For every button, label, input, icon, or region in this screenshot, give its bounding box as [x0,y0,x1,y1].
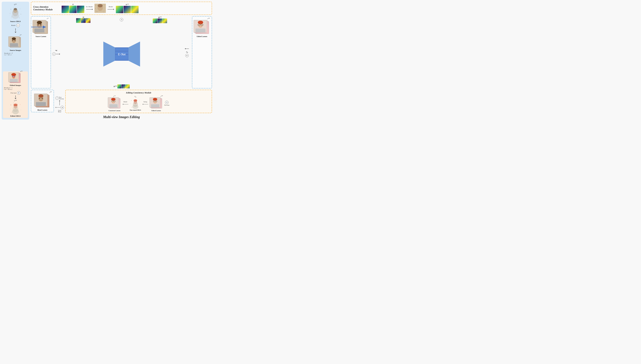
inv-render-arrow [86,8,93,11]
blend-arrow-section: 7 NextTimestep 6 LocalBlend [55,90,64,112]
decode-label: Decode at t = 1 [4,87,12,88]
heatmap-mcon-2 [124,6,131,13]
finetuned-3dgs-label: Fine-tuned 3DGS [130,109,141,111]
render-arrow-section: Render [108,6,114,11]
m-upper-label: M [83,16,84,18]
z-src-close: ) [11,54,12,56]
ecm-edited-lat-front [150,98,160,108]
svg-text:U-Net: U-Net [118,53,126,56]
svg-point-57 [105,8,105,8]
svg-point-112 [139,100,140,100]
svg-point-92 [39,98,40,99]
consistent-latents-section: zcon [108,95,121,112]
svg-point-48 [17,103,18,104]
edited-img-front-svg [9,72,19,82]
svg-point-38 [12,109,19,114]
svg-point-17 [11,18,12,18]
svg-point-101 [111,98,116,100]
i-edit-eq-text: = D(z [7,88,10,90]
source-latents-label: Source Latents [36,36,46,37]
encode-arrow-area [31,24,48,30]
m-upper-heatmaps [76,18,91,23]
source-images-label: Source Images [8,49,23,51]
m-heatmap-2 [81,18,86,23]
edited-latents-label: Edited Latents [197,36,207,37]
svg-point-14 [14,8,17,10]
edited-3dgs-label: Edited 3DGS [10,115,21,117]
z-src-formula: zsrc = ε(Isrc) [4,54,12,56]
bottom-title: Multi-view Images Editing [103,115,140,119]
render-label: Render [11,24,16,26]
mcon-lower-h3 [126,84,130,88]
heatmap-mcon-stack [116,6,139,13]
encode-arrow-svg [31,24,48,30]
z-src-i-sup: src [10,54,11,56]
edited-latents-box: zedit [192,16,212,88]
svg-point-45 [9,110,10,111]
step3-area: 3 [120,18,123,21]
cross-attention-module: Cross-Attention Consistency Module M Inv… [31,2,212,15]
svg-rect-78 [115,58,128,60]
z-src-sup: src [5,54,6,56]
i-edit-eq-bld: bld [10,89,12,90]
svg-point-115 [131,107,132,108]
edited-lat-front [194,20,207,32]
edited-images-label: Edited Images [10,84,21,86]
inv-render-label: Inv. Render [86,6,93,8]
edited-latents-images [194,20,210,35]
svg-rect-75 [115,48,128,51]
svg-point-41 [10,109,10,109]
ecm-render-arrow-svg [123,103,128,106]
inv-render-svg [95,4,106,13]
svg-point-42 [21,110,21,110]
svg-marker-96 [59,100,60,101]
svg-point-116 [139,108,139,108]
heatmap-m-1 [62,6,69,13]
svg-point-9 [9,15,9,15]
svg-point-18 [19,18,20,19]
svg-point-110 [132,104,138,109]
svg-point-12 [17,7,18,8]
finetuned-3dgs-svg [130,98,141,109]
up-arrow-blend [58,100,61,105]
svg-point-91 [39,94,44,98]
arrow-head-1 [15,32,16,33]
mcon-heatmap-1 [153,18,157,23]
left-arrow-step6 [55,106,60,109]
ecm-inner: zcon [67,95,210,112]
svg-point-44 [19,112,19,113]
svg-point-6 [21,14,21,14]
unet-visual: U-Net [62,24,182,84]
g-src-annotation: Gsrc [14,3,17,6]
edited-lat-front-svg [194,20,207,32]
mcon-lower-h2 [122,84,126,88]
cross-attention-subtitle: Consistency Module [33,8,60,11]
plus-eps-section: +ε 2 [52,16,60,88]
inv-render-section: Inv. Render [86,6,93,11]
i-edit-superscript: edit [21,70,23,72]
g-edit-superscript: edit [15,100,17,101]
edited-img-front [8,72,19,82]
unet-svg: U-Net [103,41,140,68]
z-edit-ecm-annotation: zedit [161,95,163,97]
step6-circle: 6 [61,106,64,109]
step7-section: 7 NextTimestep [56,96,64,100]
bottom-title-section: Multi-view Images Editing [31,114,212,120]
heatmap-mcon-1 [116,6,123,13]
svg-rect-34 [10,79,18,82]
i-edit-annotation: Iedit [20,70,23,72]
minus-eps-section: -εθ 4 [183,16,191,88]
svg-point-53 [98,4,103,7]
next-timestep-label: NextTimestep [59,96,64,100]
consistent-latents-images [108,98,121,110]
z-src-letter: z [4,54,5,56]
svg-point-59 [104,12,104,12]
edited-3dgs-image [9,102,22,115]
edited-images-stack: Iedit [8,72,23,84]
svg-marker-98 [55,107,56,108]
lower-row: zbld [31,90,212,113]
m-heatmap-3 [86,18,91,23]
svg-rect-94 [36,102,46,106]
svg-point-40 [20,104,20,105]
mcon-lower-heatmaps [117,84,130,88]
